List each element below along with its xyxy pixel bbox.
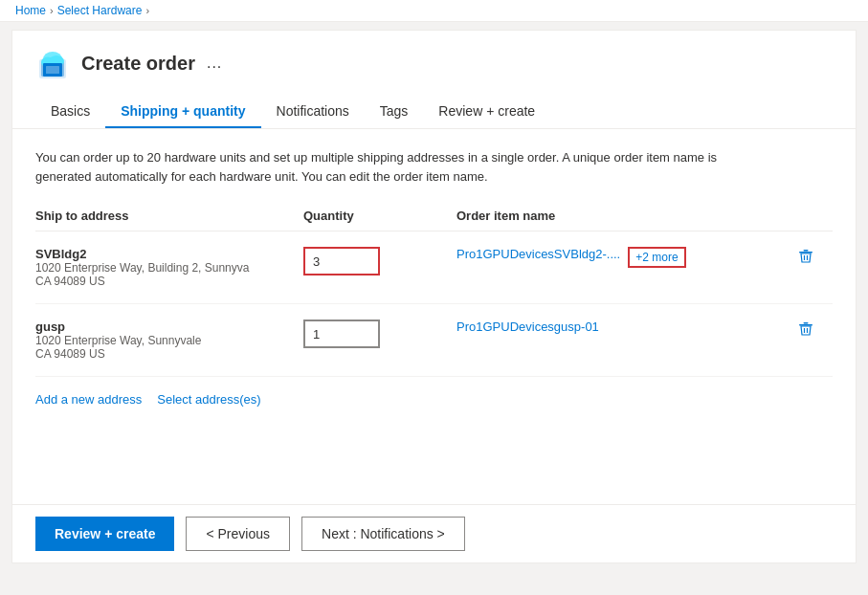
breadcrumb-sep-2: › (145, 5, 149, 16)
address-block-2: gusp 1020 Enterprise Way, Sunnyvale CA 9… (35, 320, 303, 361)
svg-rect-8 (804, 250, 809, 252)
svg-rect-6 (46, 66, 59, 74)
cloud-box-icon (35, 46, 70, 80)
address-line2-2: CA 94089 US (35, 347, 303, 361)
description-text: You can order up to 20 hardware units an… (35, 148, 724, 186)
address-line1-1: 1020 Enterprise Way, Building 2, Sunnyva (35, 261, 303, 275)
table-row: gusp 1020 Enterprise Way, Sunnyvale CA 9… (35, 304, 833, 377)
order-item-cell-2: Pro1GPUDevicesgusp-01 (456, 320, 794, 334)
col-order-item: Order item name (456, 209, 794, 223)
order-item-link-2[interactable]: Pro1GPUDevicesgusp-01 (456, 320, 599, 334)
address-block-1: SVBldg2 1020 Enterprise Way, Building 2,… (35, 247, 303, 288)
tab-review-create[interactable]: Review + create (423, 96, 550, 128)
order-item-cell-1: Pro1GPUDevicesSVBldg2-.... +2 more (456, 247, 794, 268)
table-header: Ship to address Quantity Order item name (35, 209, 833, 231)
delete-cell-2 (794, 320, 833, 339)
tabs-container: Basics Shipping + quantity Notifications… (35, 96, 833, 128)
svg-rect-11 (799, 324, 812, 326)
breadcrumb-home[interactable]: Home (15, 4, 46, 17)
address-name-1: SVBldg2 (35, 247, 303, 261)
col-actions (794, 209, 833, 223)
address-line2-1: CA 94089 US (35, 275, 303, 288)
review-create-button[interactable]: Review + create (35, 517, 174, 551)
address-name-2: gusp (35, 320, 303, 334)
svg-rect-12 (804, 322, 809, 324)
content-area: You can order up to 20 hardware units an… (12, 129, 856, 504)
select-addresses-link[interactable]: Select address(es) (157, 392, 260, 407)
breadcrumb: Home › Select Hardware › (15, 4, 853, 17)
breadcrumb-sep-1: › (50, 5, 54, 16)
col-ship-to: Ship to address (35, 209, 303, 223)
delete-cell-1 (794, 247, 833, 266)
top-bar: Home › Select Hardware › (0, 0, 868, 22)
quantity-input-1[interactable] (303, 247, 380, 275)
tab-notifications[interactable]: Notifications (261, 96, 365, 128)
tab-basics[interactable]: Basics (35, 96, 105, 128)
address-actions: Add a new address Select address(es) (35, 392, 833, 407)
breadcrumb-select-hardware[interactable]: Select Hardware (57, 4, 143, 17)
main-container: Create order ... Basics Shipping + quant… (11, 30, 857, 563)
order-item-link-1[interactable]: Pro1GPUDevicesSVBldg2-.... (456, 247, 620, 261)
table-row: SVBldg2 1020 Enterprise Way, Building 2,… (35, 231, 833, 304)
tab-tags[interactable]: Tags (365, 96, 424, 128)
tab-shipping-quantity[interactable]: Shipping + quantity (105, 96, 260, 128)
quantity-input-2[interactable] (303, 320, 380, 348)
page-title: Create order (81, 53, 195, 75)
page-header: Create order ... Basics Shipping + quant… (12, 31, 856, 129)
quantity-cell-2 (303, 320, 456, 348)
delete-button-2[interactable] (794, 320, 817, 339)
next-notifications-button[interactable]: Next : Notifications > (301, 517, 465, 551)
quantity-cell-1 (303, 247, 456, 275)
delete-button-1[interactable] (794, 247, 817, 266)
more-badge-1[interactable]: +2 more (628, 247, 685, 268)
col-quantity: Quantity (303, 209, 456, 223)
add-new-address-link[interactable]: Add a new address (35, 392, 142, 407)
more-options-icon[interactable]: ... (207, 55, 222, 72)
svg-rect-7 (799, 252, 812, 253)
address-line1-2: 1020 Enterprise Way, Sunnyvale (35, 334, 303, 347)
previous-button[interactable]: < Previous (186, 517, 290, 551)
footer: Review + create < Previous Next : Notifi… (12, 504, 856, 562)
